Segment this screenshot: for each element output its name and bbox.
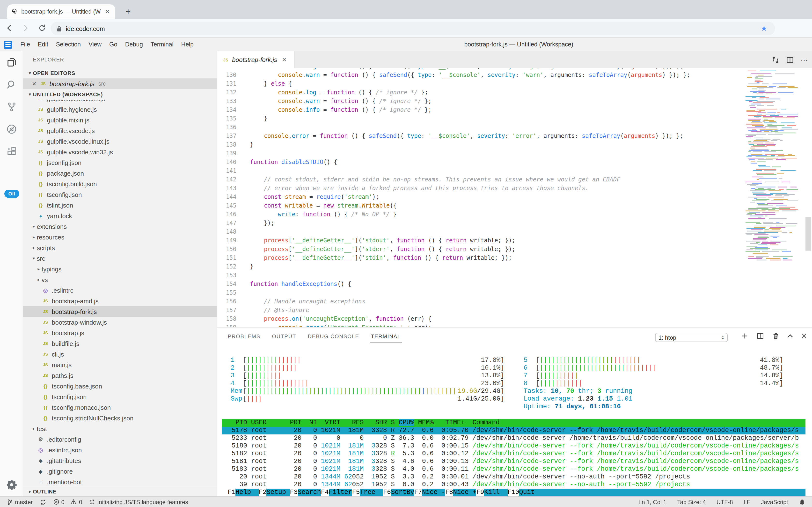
menu-help[interactable]: Help — [177, 41, 197, 48]
tree-item-gulpfile.extensions.js[interactable]: JSgulpfile.extensions.js — [23, 100, 216, 104]
maximize-panel-icon[interactable] — [787, 328, 794, 344]
close-icon[interactable]: ✕ — [32, 80, 36, 87]
fkey-F8[interactable]: F8 — [445, 489, 453, 496]
tree-item-bootstrap.js[interactable]: JSbootstrap.js — [23, 328, 216, 338]
tree-item-paths.js[interactable]: JSpaths.js — [23, 370, 216, 381]
tree-item-tslint.json[interactable]: {}tslint.json — [23, 200, 216, 211]
outline-header[interactable]: ▸ OUTLINE — [23, 486, 216, 496]
menu-debug[interactable]: Debug — [121, 41, 147, 48]
panel-tab-terminal[interactable]: TERMINAL — [370, 329, 402, 343]
tree-item-.eslintrc[interactable]: ◎.eslintrc — [23, 285, 216, 296]
new-terminal-icon[interactable] — [741, 328, 748, 344]
tree-folder-vs[interactable]: ▸vs — [23, 274, 216, 285]
menu-go[interactable]: Go — [106, 41, 121, 48]
bookmark-star-icon[interactable]: ★ — [761, 24, 767, 33]
fkey-F2[interactable]: F2 — [259, 489, 267, 496]
more-actions-icon[interactable]: ⋯ — [801, 55, 808, 64]
status-javascript[interactable]: JavaScript — [761, 499, 788, 505]
tree-folder-scripts[interactable]: ▸scripts — [23, 242, 216, 253]
open-changes-icon[interactable] — [772, 56, 779, 64]
tree-item-main.js[interactable]: JSmain.js — [23, 359, 216, 370]
url-text[interactable]: ide.coder.com — [66, 25, 761, 32]
tree-item-gulpfile.vscode.win32.js[interactable]: JSgulpfile.vscode.win32.js — [23, 147, 216, 157]
tree-item-tsconfig.monaco.json[interactable]: {}tsconfig.monaco.json — [23, 402, 216, 413]
tree-folder-extensions[interactable]: ▸extensions — [23, 221, 216, 232]
tree-item-gulpfile.vscode.js[interactable]: JSgulpfile.vscode.js — [23, 125, 216, 136]
close-panel-icon[interactable] — [801, 328, 807, 344]
fkey-F4[interactable]: F4 — [321, 489, 329, 496]
tree-item-tsconfig.json[interactable]: {}tsconfig.json — [23, 391, 216, 402]
reload-icon[interactable] — [35, 21, 49, 35]
extensions-icon[interactable] — [0, 140, 23, 163]
off-badge[interactable]: Off — [4, 190, 19, 198]
tree-item-gulpfile.mixin.js[interactable]: JSgulpfile.mixin.js — [23, 115, 216, 125]
tree-item-.gitattributes[interactable]: ◈.gitattributes — [23, 455, 216, 466]
fkey-label-F10[interactable]: Quit — [519, 489, 535, 496]
process-row-1[interactable]: 5233 root 20 0 0 0 0 Z 36.3 0.0 0:02.79 … — [222, 435, 806, 442]
tree-item-buildfile.js[interactable]: JSbuildfile.js — [23, 338, 216, 349]
browser-tab[interactable]: bootstrap-fork.js — Untitled (W ✕ — [7, 4, 115, 19]
explorer-icon[interactable] — [0, 51, 23, 73]
fkey-F10[interactable]: F10 — [507, 489, 519, 496]
status-tab-size-4[interactable]: Tab Size: 4 — [677, 499, 706, 505]
process-row-7[interactable]: 39 root 20 0 1344M 62052 1952 S 0.0 0.2 … — [222, 481, 806, 489]
tree-item-jsconfig.json[interactable]: {}jsconfig.json — [23, 157, 216, 168]
tree-item-package.json[interactable]: {}package.json — [23, 168, 216, 178]
tree-item-bootstrap-amd.js[interactable]: JSbootstrap-amd.js — [23, 296, 216, 306]
fkey-label-F6[interactable]: SortBy — [391, 489, 414, 496]
fkey-F1[interactable]: F1 — [228, 489, 236, 496]
panel-tab-problems[interactable]: PROBLEMS — [227, 329, 261, 343]
address-bar[interactable]: ide.coder.com ★ — [51, 22, 775, 35]
tree-item-tsconfig.build.json[interactable]: {}tsconfig.build.json — [23, 178, 216, 189]
search-icon[interactable] — [0, 73, 23, 96]
tree-item-yarn.lock[interactable]: ●yarn.lock — [23, 211, 216, 221]
status-ln-1-col-1[interactable]: Ln 1, Col 1 — [638, 499, 667, 505]
tree-folder-resources[interactable]: ▸resources — [23, 232, 216, 242]
git-branch-item[interactable]: master — [7, 499, 33, 505]
fkey-F7[interactable]: F7 — [414, 489, 422, 496]
tree-item-.gitignore[interactable]: ◈.gitignore — [23, 466, 216, 476]
process-row-4[interactable]: 5181 root 20 0 1021M 181M 3328 S 4.6 0.6… — [222, 458, 806, 465]
open-editor-item[interactable]: ✕ JS bootstrap-fork.js src — [23, 78, 216, 89]
tree-item-tsconfig.json[interactable]: {}tsconfig.json — [23, 189, 216, 200]
tab-close-icon[interactable]: ✕ — [282, 57, 286, 63]
status-lf[interactable]: LF — [744, 499, 750, 505]
minimap[interactable] — [744, 68, 802, 262]
tree-item-tsconfig.base.json[interactable]: {}tsconfig.base.json — [23, 381, 216, 391]
tree-folder-typings[interactable]: ▸typings — [23, 264, 216, 274]
tree-item-.eslintrc.json[interactable]: ◎.eslintrc.json — [23, 445, 216, 455]
tree-folder-src[interactable]: ▾src — [23, 253, 216, 264]
fkey-label-F8[interactable]: Nice + — [453, 489, 476, 496]
fkey-F3[interactable]: F3 — [290, 489, 298, 496]
process-row-6[interactable]: 20 root 20 0 1344M 62052 1952 S 3.3 0.2 … — [222, 473, 806, 481]
editor-tab[interactable]: JS bootstrap-fork.js ✕ — [217, 51, 295, 68]
new-tab-button[interactable]: + — [122, 5, 134, 18]
settings-gear-icon[interactable] — [6, 479, 17, 491]
fkey-F6[interactable]: F6 — [383, 489, 391, 496]
sync-button[interactable] — [40, 499, 46, 505]
panel-tab-output[interactable]: OUTPUT — [271, 329, 297, 343]
panel-tab-debug-console[interactable]: DEBUG CONSOLE — [307, 329, 360, 343]
process-row-0[interactable]: 5178 root 20 0 1021M 181M 3328 R 72.7 0.… — [222, 427, 806, 435]
source-control-icon[interactable] — [0, 96, 23, 118]
fkey-label-F1[interactable]: Help — [236, 489, 259, 496]
tab-close-icon[interactable]: ✕ — [104, 8, 111, 15]
fkey-label-F5[interactable]: Tree — [360, 489, 383, 496]
terminal[interactable]: 1[||||||||||||||17.8%]2[|||||||||||||16.… — [222, 344, 806, 496]
tree-item-bootstrap-fork.js[interactable]: JSbootstrap-fork.js — [23, 306, 216, 317]
fkey-F9[interactable]: F9 — [477, 489, 484, 496]
language-status-item[interactable]: Initializing JS/TS language features — [89, 499, 188, 505]
split-editor-icon[interactable] — [786, 56, 794, 64]
workspace-header[interactable]: ▾ UNTITLED (WORKSPACE) — [23, 89, 216, 100]
back-icon[interactable] — [2, 21, 16, 35]
tree-item-cli.js[interactable]: JScli.js — [23, 349, 216, 359]
open-editors-header[interactable]: ▾ OPEN EDITORS — [23, 68, 216, 78]
coder-logo-icon[interactable] — [4, 40, 12, 49]
process-row-2[interactable]: 5180 root 20 0 1021M 181M 3328 S 7.3 0.6… — [222, 442, 806, 450]
forward-icon[interactable] — [18, 21, 33, 35]
menu-selection[interactable]: Selection — [52, 41, 84, 48]
menu-edit[interactable]: Edit — [34, 41, 52, 48]
fkey-label-F4[interactable]: Filter — [329, 489, 352, 496]
fkey-label-F2[interactable]: Setup — [267, 489, 290, 496]
kill-terminal-icon[interactable] — [772, 328, 779, 344]
